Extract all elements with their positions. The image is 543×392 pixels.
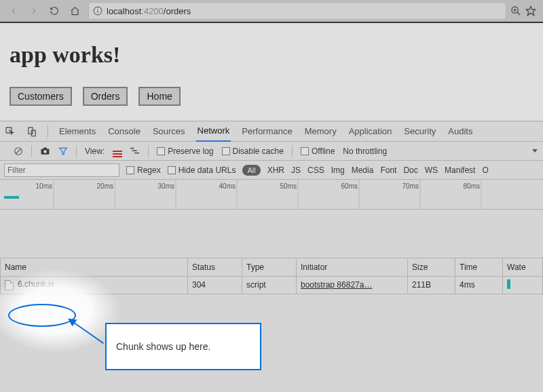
tab-elements[interactable]: Elements (58, 121, 97, 142)
inspect-icon[interactable] (4, 125, 16, 138)
capture-screenshots-icon[interactable] (40, 147, 50, 155)
type-font[interactable]: Font (380, 165, 396, 175)
hide-data-urls-checkbox[interactable]: Hide data URLs (168, 165, 236, 175)
th-waterfall[interactable]: Wate (503, 258, 543, 276)
regex-checkbox[interactable]: Regex (126, 165, 161, 175)
customers-button[interactable]: Customers (10, 87, 72, 106)
tab-application[interactable]: Application (348, 121, 394, 142)
type-manifest[interactable]: Manifest (445, 165, 475, 175)
svg-rect-15 (43, 147, 47, 149)
devtools-tabs: Elements Console Sources Network Perform… (0, 121, 543, 142)
cell-name: 6.chunk.js (1, 276, 188, 294)
tick: 80ms (464, 182, 482, 190)
type-css[interactable]: CSS (307, 165, 324, 175)
network-timeline[interactable]: 10ms 20ms 30ms 40ms 50ms 60ms 70ms 80ms (0, 180, 543, 210)
disable-cache-checkbox[interactable]: Disable cache (222, 146, 284, 156)
tab-network[interactable]: Network (196, 121, 231, 142)
network-blank-area (0, 210, 543, 258)
star-icon[interactable] (525, 5, 536, 16)
tick: 50ms (280, 182, 299, 190)
tick: 30ms (158, 182, 176, 190)
zoom-icon[interactable] (510, 5, 521, 16)
tick: 20ms (97, 182, 115, 190)
clear-button[interactable] (14, 146, 23, 156)
type-doc[interactable]: Doc (403, 165, 417, 175)
tick: 40ms (219, 182, 238, 190)
tick: 70ms (402, 182, 421, 190)
svg-rect-19 (134, 152, 139, 153)
orders-button[interactable]: Orders (83, 87, 128, 106)
cell-size: 211B (408, 276, 455, 294)
svg-rect-18 (132, 150, 137, 151)
url-path: /orders (164, 6, 191, 16)
tab-audits[interactable]: Audits (447, 121, 474, 142)
page-title: app works! (10, 42, 533, 68)
file-icon (5, 280, 14, 290)
network-toolbar: View: Preserve log Disable cache Offline… (0, 142, 543, 161)
svg-point-2 (97, 9, 98, 9)
waterfall-view-icon[interactable] (130, 147, 140, 155)
th-size[interactable]: Size (408, 258, 455, 276)
network-bottom-area (0, 294, 543, 393)
forward-button[interactable] (24, 1, 43, 20)
page-content: app works! Customers Orders Home (0, 42, 543, 106)
annotation-text: Chunk shows up here. (116, 341, 210, 352)
filter-input[interactable] (4, 163, 119, 177)
info-icon (93, 6, 102, 16)
th-time[interactable]: Time (455, 258, 503, 276)
tab-security[interactable]: Security (402, 121, 437, 142)
cell-status: 304 (188, 276, 242, 294)
type-ws[interactable]: WS (425, 165, 438, 175)
th-name[interactable]: Name (1, 258, 188, 276)
tab-memory[interactable]: Memory (303, 121, 338, 142)
large-rows-icon[interactable] (113, 144, 122, 157)
tick: 60ms (341, 182, 360, 190)
type-other[interactable]: O (482, 165, 488, 175)
annotation-callout: Chunk shows up here. (105, 323, 261, 370)
tab-performance[interactable]: Performance (240, 121, 293, 142)
type-img[interactable]: Img (331, 165, 345, 175)
home-button[interactable] (65, 1, 84, 20)
toolbar-overflow-icon[interactable] (532, 149, 538, 153)
timeline-bar (4, 196, 19, 199)
network-filter-row: Regex Hide data URLs All XHR JS CSS Img … (0, 161, 543, 180)
cell-initiator: bootstrap 86827a… (297, 276, 408, 294)
cell-type: script (242, 276, 297, 294)
preserve-log-checkbox[interactable]: Preserve log (157, 146, 213, 156)
tab-sources[interactable]: Sources (151, 121, 187, 142)
network-table: Name Status Type Initiator Size Time Wat… (0, 258, 543, 294)
type-xhr[interactable]: XHR (267, 165, 284, 175)
browser-toolbar: localhost:4200/orders (0, 0, 543, 23)
filter-toggle-icon[interactable] (58, 146, 68, 156)
home-page-button[interactable]: Home (138, 87, 180, 106)
th-status[interactable]: Status (188, 258, 242, 276)
address-bar[interactable]: localhost:4200/orders (88, 2, 506, 20)
url-port: :4200 (141, 6, 164, 16)
svg-point-14 (43, 150, 47, 153)
device-toggle-icon[interactable] (26, 125, 38, 138)
back-button[interactable] (4, 1, 23, 20)
type-all-pill[interactable]: All (242, 165, 260, 176)
svg-rect-17 (130, 147, 134, 149)
reload-button[interactable] (45, 1, 64, 20)
offline-checkbox[interactable]: Offline (301, 146, 335, 156)
devtools-panel: Elements Console Sources Network Perform… (0, 121, 543, 392)
throttling-select[interactable]: No throttling (343, 146, 387, 156)
tick: 10ms (36, 182, 54, 190)
svg-rect-10 (31, 130, 35, 136)
cell-time: 4ms (455, 276, 503, 294)
url-host: localhost (107, 6, 141, 16)
cell-waterfall (503, 276, 543, 294)
svg-marker-16 (60, 148, 67, 154)
svg-line-4 (517, 12, 520, 15)
view-label: View: (85, 146, 105, 156)
table-row[interactable]: 6.chunk.js 304 script bootstrap 86827a… … (1, 276, 543, 294)
th-type[interactable]: Type (242, 258, 297, 276)
svg-line-12 (16, 149, 21, 153)
th-initiator[interactable]: Initiator (297, 258, 408, 276)
svg-marker-7 (526, 6, 535, 15)
type-media[interactable]: Media (352, 165, 374, 175)
tab-console[interactable]: Console (107, 121, 142, 142)
type-js[interactable]: JS (291, 165, 301, 175)
